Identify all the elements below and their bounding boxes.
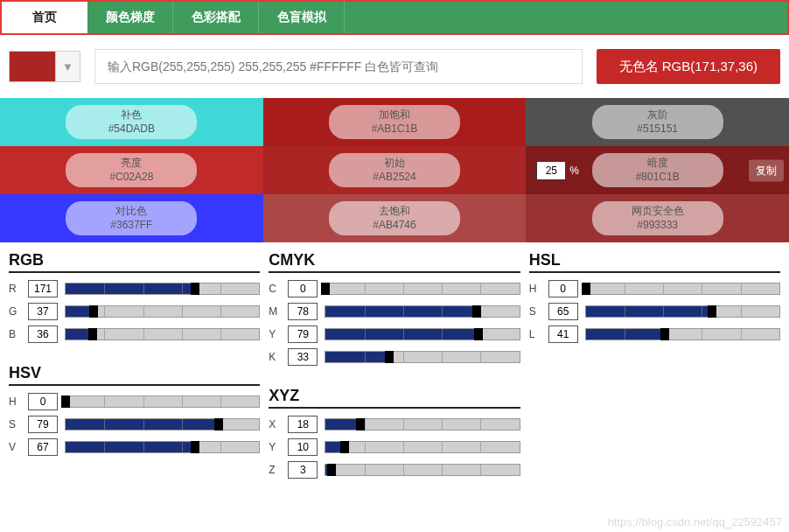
slider-label: Y [269,441,281,453]
slider-ticks [325,465,519,475]
slider-track[interactable] [325,351,520,363]
slider-fill [325,306,477,317]
slider-thumb[interactable] [708,305,716,318]
color-card[interactable]: 暗度#801C1B%复制 [526,146,789,194]
slider-group-title: RGB [9,251,260,273]
slider-value-input[interactable] [28,438,58,456]
slider-value-input[interactable] [288,280,318,298]
slider-thumb[interactable] [88,328,97,340]
slider-track[interactable] [325,305,520,318]
top-controls: ▼ 无色名 RGB(171,37,36) [0,35,789,98]
slider-value-input[interactable] [28,280,58,298]
slider-track[interactable] [325,418,520,430]
color-card-title: 去饱和 [353,205,436,219]
slider-row: Y [269,438,520,456]
color-card[interactable]: 加饱和#AB1C1B [263,98,527,146]
slider-value-input[interactable] [288,348,318,366]
slider-label: V [9,441,21,453]
slider-thumb[interactable] [340,441,349,453]
color-card-title: 亮度 [90,157,172,171]
slider-thumb[interactable] [191,441,199,453]
slider-value-input[interactable] [28,326,58,343]
card-actions: 复制 [749,159,784,181]
slider-track[interactable] [65,305,260,318]
color-card[interactable]: 对比色#3637FF [0,194,263,242]
slider-thumb[interactable] [660,328,669,340]
slider-value-input[interactable] [548,303,578,320]
slider-fill [66,284,195,294]
slider-thumb[interactable] [61,396,70,408]
slider-thumb[interactable] [321,283,330,295]
brightness-input[interactable] [536,161,566,180]
slider-thumb[interactable] [89,305,98,318]
color-card-pill: 网页安全色#993333 [592,201,723,235]
slider-value-input[interactable] [28,393,58,410]
slider-track[interactable] [325,283,520,295]
slider-value-input[interactable] [28,303,58,320]
slider-thumb[interactable] [472,305,481,318]
slider-track[interactable] [65,328,260,340]
slider-track[interactable] [585,283,780,295]
color-card[interactable]: 去饱和#AB4746 [263,194,527,242]
color-card-pill: 补色#54DADB [66,105,197,139]
slider-value-input[interactable] [28,416,58,433]
tab-label: 首页 [32,10,57,25]
slider-thumb[interactable] [582,283,590,295]
slider-label: K [269,351,281,363]
color-card[interactable]: 亮度#C02A28 [0,146,263,194]
slider-track[interactable] [65,418,260,430]
slider-value-input[interactable] [288,326,318,343]
slider-track[interactable] [65,283,260,295]
slider-thumb[interactable] [474,328,483,340]
color-card-pill: 去饱和#AB4746 [329,201,460,235]
slider-track[interactable] [65,441,260,453]
slider-label: C [269,283,281,295]
slider-track[interactable] [325,464,520,476]
copy-button[interactable]: 复制 [749,159,784,181]
slider-value-input[interactable] [288,416,318,433]
search-input[interactable] [94,49,583,84]
slider-thumb[interactable] [356,418,365,430]
slider-label: Z [269,464,281,476]
slider-fill [586,306,712,317]
color-card-hex: #3637FF [90,219,172,233]
color-card[interactable]: 网页安全色#993333 [526,194,789,242]
slider-track[interactable] [325,441,520,453]
slider-group-title: HSL [529,251,780,273]
tab-gradient[interactable]: 颜色梯度 [87,2,173,33]
slider-thumb[interactable] [385,351,394,363]
color-card-pill: 加饱和#AB1C1B [329,105,460,139]
slider-ticks [325,284,519,294]
slider-thumb[interactable] [327,464,336,476]
slider-row: S [9,416,260,433]
chevron-down-icon[interactable]: ▼ [56,51,80,82]
color-card-pill: 对比色#3637FF [66,201,197,235]
slider-track[interactable] [585,328,780,340]
color-card-hex: #AB4746 [353,219,436,233]
slider-track[interactable] [325,328,520,340]
slider-value-input[interactable] [288,303,318,320]
tab-home[interactable]: 首页 [2,2,87,33]
color-card-hex: #C02A28 [90,171,172,185]
sliders-section: RGBRGBHSVHSV CMYKCMYKXYZXYZ HSLHSL [0,242,789,501]
tab-palette[interactable]: 色彩搭配 [173,2,259,33]
tab-colorblind[interactable]: 色盲模拟 [259,2,345,33]
slider-fill [325,329,478,340]
slider-value-input[interactable] [288,461,318,479]
slider-value-input[interactable] [548,326,578,343]
slider-value-input[interactable] [548,280,578,298]
slider-label: S [9,418,21,430]
slider-track[interactable] [585,305,780,318]
color-card[interactable]: 补色#54DADB [0,98,263,146]
slider-value-input[interactable] [288,438,318,456]
slider-label: Y [269,328,281,340]
result-button[interactable]: 无色名 RGB(171,37,36) [597,49,780,84]
slider-thumb[interactable] [191,283,199,295]
color-card[interactable]: 初始#AB2524 [263,146,527,194]
color-card[interactable]: 灰阶#515151 [526,98,789,146]
slider-thumb[interactable] [214,418,223,430]
slider-group-title: CMYK [269,251,520,273]
color-picker[interactable]: ▼ [9,51,80,82]
slider-label: G [9,305,21,318]
slider-track[interactable] [65,396,260,408]
